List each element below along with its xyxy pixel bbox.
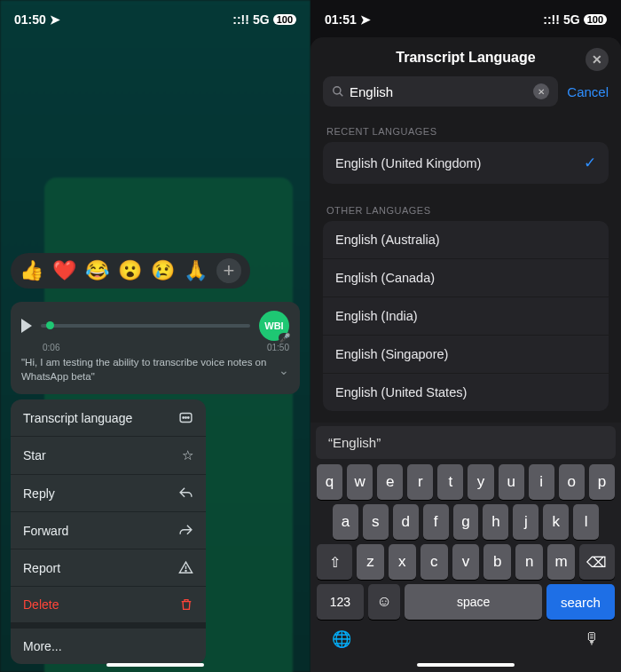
key-s[interactable]: s	[363, 504, 389, 540]
globe-icon[interactable]: 🌐	[332, 629, 351, 649]
dictation-icon[interactable]: 🎙	[584, 629, 600, 649]
recent-languages: English (United Kingdom) ✓	[323, 142, 609, 184]
network-label: 5G	[253, 12, 270, 27]
location-icon: ➤	[360, 12, 371, 27]
key-n[interactable]: n	[515, 544, 543, 580]
menu-reply[interactable]: Reply	[11, 475, 206, 512]
chevron-down-icon[interactable]: ⌄	[279, 363, 289, 377]
play-icon[interactable]	[21, 319, 32, 333]
key-u[interactable]: u	[499, 464, 524, 500]
voice-note[interactable]: WBI 🎤 0:06 01:50 "Hi, I am testing the a…	[11, 302, 300, 394]
trash-icon	[179, 597, 193, 612]
status-time: 01:51	[325, 12, 357, 27]
key-x[interactable]: x	[389, 544, 416, 580]
key-123[interactable]: 123	[317, 584, 364, 620]
battery-indicator: 100	[584, 14, 607, 25]
key-c[interactable]: c	[421, 544, 448, 580]
key-p[interactable]: p	[589, 464, 615, 500]
key-j[interactable]: j	[513, 504, 538, 540]
svg-line-7	[340, 93, 343, 97]
network-label: 5G	[563, 12, 580, 27]
key-e[interactable]: e	[377, 464, 403, 500]
reaction-heart[interactable]: ❤️	[52, 259, 76, 282]
home-indicator[interactable]	[417, 663, 515, 667]
reaction-thumbs-up[interactable]: 👍	[20, 259, 43, 282]
lang-en-au[interactable]: English (Australia)	[323, 221, 609, 259]
menu-report[interactable]: Report	[11, 549, 206, 587]
context-menu: Transcript language Star ☆ Reply Forward…	[11, 399, 206, 664]
keyboard: “English” q w e r t y u i o p a s d f g …	[310, 423, 621, 672]
voice-track[interactable]	[41, 324, 250, 328]
key-a[interactable]: a	[333, 504, 358, 540]
warning-icon	[178, 560, 193, 575]
key-o[interactable]: o	[559, 464, 585, 500]
status-bar: 01:51 ➤ ::!! 5G 100	[310, 0, 621, 34]
reaction-laugh[interactable]: 😂	[85, 259, 109, 282]
star-icon: ☆	[182, 447, 193, 463]
key-q[interactable]: q	[317, 464, 342, 500]
key-d[interactable]: d	[393, 504, 419, 540]
lang-en-us[interactable]: English (United States)	[323, 374, 609, 411]
key-f[interactable]: f	[423, 504, 449, 540]
other-languages: English (Australia) English (Canada) Eng…	[323, 221, 609, 411]
voice-duration: 01:50	[267, 343, 289, 352]
reaction-add-icon[interactable]: +	[216, 258, 241, 283]
key-k[interactable]: k	[543, 504, 569, 540]
key-m[interactable]: m	[547, 544, 575, 580]
reaction-pray[interactable]: 🙏	[184, 259, 208, 282]
key-g[interactable]: g	[453, 504, 479, 540]
key-t[interactable]: t	[437, 464, 463, 500]
other-header: OTHER LANGUAGES	[326, 205, 605, 216]
menu-delete[interactable]: Delete	[11, 587, 206, 623]
key-l[interactable]: l	[573, 504, 599, 540]
search-box[interactable]: ✕	[323, 76, 558, 107]
menu-star[interactable]: Star ☆	[11, 437, 206, 475]
reply-icon	[178, 486, 193, 501]
menu-forward[interactable]: Forward	[11, 512, 206, 549]
key-z[interactable]: z	[357, 544, 384, 580]
lang-en-in[interactable]: English (India)	[323, 297, 609, 336]
voice-transcript: "Hi, I am testing the ability to transcr…	[21, 356, 271, 383]
signal-icon: ::!!	[232, 12, 249, 27]
sender-avatar: WBI 🎤	[259, 311, 289, 341]
key-i[interactable]: i	[529, 464, 554, 500]
battery-indicator: 100	[273, 14, 296, 25]
reaction-sad[interactable]: 😢	[151, 259, 175, 282]
key-backspace[interactable]: ⌫	[579, 544, 615, 580]
key-b[interactable]: b	[483, 544, 511, 580]
key-h[interactable]: h	[483, 504, 508, 540]
keyboard-suggestion[interactable]: “English”	[316, 426, 616, 459]
key-w[interactable]: w	[347, 464, 373, 500]
menu-more[interactable]: More...	[11, 629, 206, 664]
voice-elapsed: 0:06	[43, 343, 59, 352]
key-emoji[interactable]: ☺	[368, 584, 401, 620]
svg-point-2	[185, 417, 186, 418]
close-button[interactable]: ✕	[586, 48, 609, 71]
transcript-icon	[178, 410, 193, 425]
check-icon: ✓	[584, 154, 596, 172]
key-r[interactable]: r	[407, 464, 433, 500]
menu-transcript-language[interactable]: Transcript language	[11, 399, 206, 437]
search-input[interactable]	[350, 84, 528, 99]
right-screenshot: 01:51 ➤ ::!! 5G 100 Transcript Language …	[310, 0, 621, 672]
svg-point-1	[183, 417, 184, 418]
key-v[interactable]: v	[452, 544, 480, 580]
key-shift[interactable]: ⇧	[317, 544, 352, 580]
cancel-button[interactable]: Cancel	[567, 84, 609, 99]
home-indicator[interactable]	[106, 663, 204, 667]
signal-icon: ::!!	[543, 12, 560, 27]
key-space[interactable]: space	[405, 584, 541, 620]
lang-en-ca[interactable]: English (Canada)	[323, 259, 609, 297]
search-icon	[332, 85, 344, 98]
lang-en-sg[interactable]: English (Singapore)	[323, 336, 609, 374]
recent-header: RECENT LANGUAGES	[326, 126, 605, 137]
lang-en-uk[interactable]: English (United Kingdom) ✓	[323, 142, 609, 184]
left-screenshot: 01:50 ➤ ::!! 5G 100 👍 ❤️ 😂 😮 😢 🙏 + WBI 🎤…	[0, 0, 310, 672]
key-search[interactable]: search	[546, 584, 615, 620]
clear-search-icon[interactable]: ✕	[533, 83, 549, 99]
status-bar: 01:50 ➤ ::!! 5G 100	[0, 0, 310, 34]
key-y[interactable]: y	[468, 464, 493, 500]
svg-point-5	[185, 570, 186, 571]
reaction-wow[interactable]: 😮	[118, 259, 142, 282]
mic-icon: 🎤	[279, 333, 291, 343]
